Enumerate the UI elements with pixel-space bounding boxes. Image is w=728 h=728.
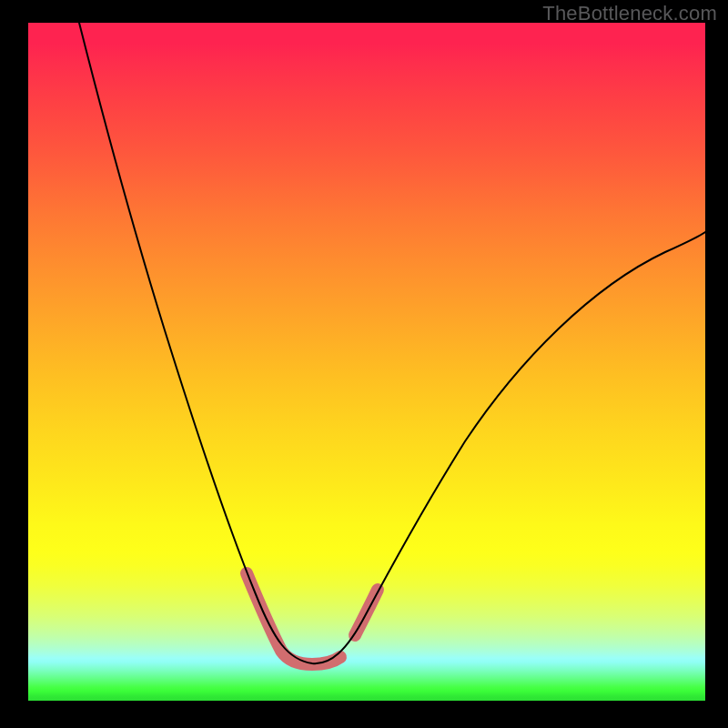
curve-overlay [28,23,705,701]
highlight-left [247,573,340,664]
main-curve [79,23,705,663]
watermark-text: TheBottleneck.com [542,2,717,25]
chart-frame: TheBottleneck.com [0,0,728,728]
